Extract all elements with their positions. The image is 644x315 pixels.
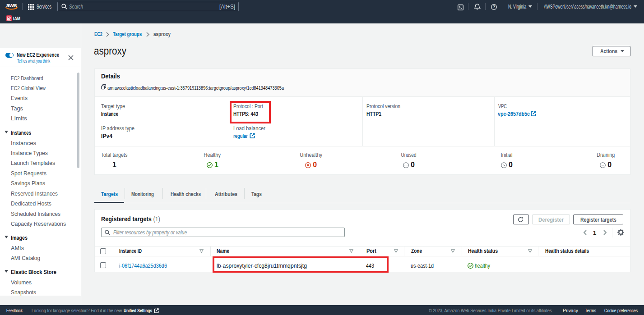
svg-text:?: ? bbox=[493, 5, 495, 9]
svg-text:aws: aws bbox=[6, 2, 17, 9]
